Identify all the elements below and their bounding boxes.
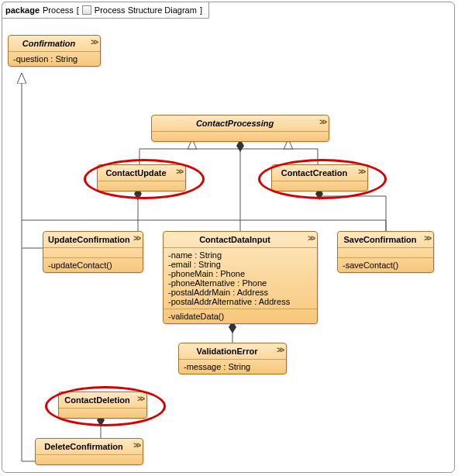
chevron-icon: >>	[176, 167, 182, 176]
diagram-type: Process Structure Diagram	[95, 5, 197, 15]
chevron-icon: >>	[308, 234, 314, 243]
attr: -postalAddrAlternative : Address	[168, 297, 312, 306]
class-name: ContactUpdate	[105, 168, 166, 178]
attr: -email : String	[168, 260, 312, 269]
attr: -phoneAlternative : Phone	[168, 278, 312, 288]
class-deleteconfirmation[interactable]: DeleteConfirmation>>	[35, 438, 143, 465]
chevron-icon: >>	[424, 234, 430, 243]
class-name: Confirmation	[22, 39, 75, 48]
class-name: SaveConfirmation	[343, 235, 416, 244]
attr: -phoneMain : Phone	[168, 269, 312, 278]
package-name: Process	[43, 5, 74, 15]
op: -saveContact()	[343, 260, 429, 270]
class-contactprocessing[interactable]: ContactProcessing>>	[151, 115, 329, 142]
chevron-icon: >>	[137, 395, 143, 403]
class-contactupdate[interactable]: ContactUpdate>>	[97, 164, 186, 191]
class-name: ContactDeletion	[64, 395, 129, 405]
class-confirmation[interactable]: Confirmation>> -question : String	[8, 35, 101, 67]
class-name: DeleteConfirmation	[44, 442, 122, 451]
diagram-canvas: package Process [ Process Structure Diag…	[0, 0, 458, 476]
attr: -question : String	[13, 54, 95, 64]
chevron-icon: >>	[91, 38, 97, 47]
class-name: UpdateConfirmation	[48, 235, 130, 244]
bracket-close: ]	[200, 5, 202, 15]
class-updateconfirmation[interactable]: UpdateConfirmation>> -updateContact()	[43, 231, 143, 273]
class-contactdeletion[interactable]: ContactDeletion>>	[58, 391, 147, 419]
class-name: ContactCreation	[281, 168, 348, 178]
class-saveconfirmation[interactable]: SaveConfirmation>> -saveContact()	[337, 231, 434, 273]
chevron-icon: >>	[319, 118, 325, 126]
class-name: ContactDataInput	[199, 235, 270, 244]
package-tab: package Process [ Process Structure Diag…	[2, 2, 209, 19]
diagram-icon	[82, 5, 91, 15]
chevron-icon: >>	[358, 167, 364, 176]
class-contactdatainput[interactable]: ContactDataInput>> -name : String -email…	[163, 231, 318, 324]
chevron-icon: >>	[133, 234, 139, 243]
chevron-icon: >>	[277, 346, 283, 354]
chevron-icon: >>	[133, 441, 139, 450]
class-contactcreation[interactable]: ContactCreation>>	[271, 164, 368, 191]
class-name: ContactProcessing	[196, 119, 274, 128]
class-validationerror[interactable]: ValidationError>> -message : String	[178, 343, 287, 374]
op: -updateContact()	[48, 260, 138, 270]
package-keyword: package	[5, 5, 40, 15]
attr: -postalAddrMain : Address	[168, 288, 312, 297]
attr: -message : String	[184, 362, 281, 371]
bracket-open: [	[77, 5, 79, 15]
attr: -name : String	[168, 250, 312, 260]
op: -validateData()	[168, 312, 312, 321]
class-name: ValidationError	[197, 347, 258, 356]
